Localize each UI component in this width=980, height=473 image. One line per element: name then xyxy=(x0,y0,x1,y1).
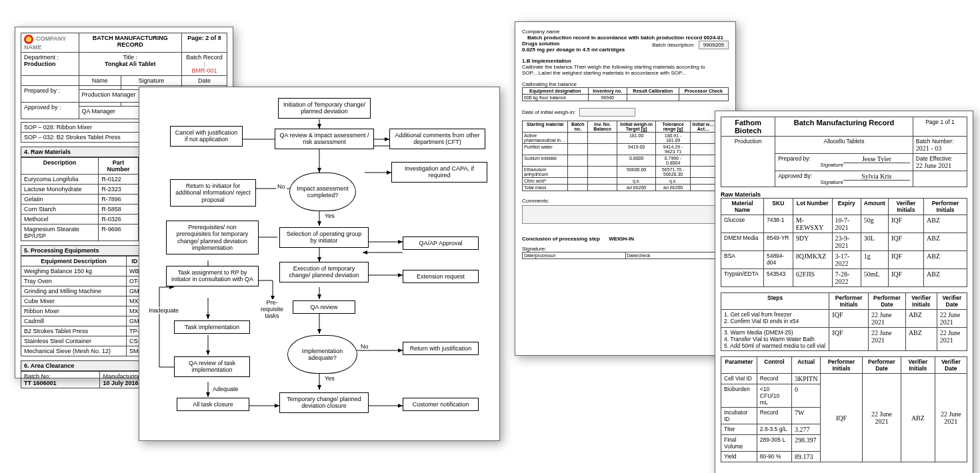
raw-materials-title: Raw Materials xyxy=(721,191,967,198)
flow-node: Additional comments from other departmen… xyxy=(389,129,485,149)
dept-cell: Department :Production xyxy=(21,53,79,76)
weigh-date-field[interactable] xyxy=(579,108,635,117)
flow-node: Customer notification xyxy=(403,398,479,411)
flow-decision: Implementation adequate? xyxy=(287,335,357,374)
flow-node: Task assignment to RP by initiator in co… xyxy=(166,266,259,286)
flow-node: Temporary change/ planned deviation clos… xyxy=(279,392,369,413)
table-row: Active pharmaceutical in…181.00180.91 - … xyxy=(523,133,729,144)
flow-node: All task closure xyxy=(177,398,249,411)
table-row: Sodium edetate0.80000.7996 - 0.8004 xyxy=(523,155,729,167)
flow-node: Initiation of Temporary change/ planned … xyxy=(278,98,371,119)
table-row: Total massad 66200ad 66200 xyxy=(523,185,729,191)
table-row: BSA54894-d048QJMKXZ3-17-20221gIQFABZ xyxy=(721,251,967,269)
title-cell: Title :Tongkat Ali Tablet xyxy=(79,53,182,76)
prepared-signature: Jesse Tyler xyxy=(843,155,910,163)
batch-record-cell: Batch Record :BMR-001 xyxy=(182,53,227,76)
flow-node: Return to initiator for additional infor… xyxy=(170,179,256,207)
flow-label-inadequate: Inadequate xyxy=(147,307,180,314)
flow-node: Extension request xyxy=(403,270,479,283)
bmr-title: BATCH MANUFACTURING RECORD xyxy=(79,33,182,53)
flow-node: QA/AP Approval xyxy=(403,236,479,250)
company-logo-icon xyxy=(24,35,33,44)
flow-node: QA review & impact assessment / risk ass… xyxy=(275,129,374,149)
flow-node: Task implementation xyxy=(174,320,250,334)
materials-table: Starting materialBatch no.Inv. No. Balan… xyxy=(522,121,729,191)
table-row: Purified water9419.009414.29 - 9423.71 xyxy=(523,144,729,155)
page-indicator: Page: 2 of 8 xyxy=(182,33,227,53)
flow-label-prereq: Pre-requisite tasks xyxy=(254,299,290,319)
equipment-table: Equipment designationInventory no.Result… xyxy=(522,87,729,101)
flow-label-no: No xyxy=(359,343,370,350)
flow-node: Cancel with justification if not applica… xyxy=(170,126,243,147)
flow-node: Prerequisites/ non prerequisites for tem… xyxy=(166,221,259,254)
fathom-bmr-sheet: Fathom Biotech Batch Manufacturing Recor… xyxy=(715,111,973,473)
fathom-params: ParameterControlActualPerformer Initials… xyxy=(721,356,967,462)
comments-field[interactable] xyxy=(522,205,729,224)
section-1b: 1.B Implementation xyxy=(522,58,729,64)
flow-decision: Impact assessment completed? xyxy=(289,173,356,211)
form-title: Batch production record in accordance wi… xyxy=(522,35,729,41)
table-row: Cell Vial IDRecord3KPITNIQF22 June 2021A… xyxy=(721,374,967,384)
table-row: Ethanolum anhydricum56600.0056571.70 - 5… xyxy=(523,167,729,178)
table-row: Glucose7438-1M-EEWSXY10-7-202150gIQFABZ xyxy=(721,215,967,233)
batch-desc-field[interactable]: 9909205 xyxy=(699,41,729,49)
page-indicator: Page 1 of 1 xyxy=(913,117,967,137)
batch-no-cell: Batch No:TT 1606001 xyxy=(21,372,100,388)
flow-node: QA review xyxy=(293,300,355,314)
fathom-title: Batch Manufacturing Record xyxy=(775,117,913,137)
flow-node: Investigation and CAPA, if required xyxy=(391,162,487,183)
table-row: DMEM Media8549-YR9DY23-9-202130LIQFABZ xyxy=(721,233,967,251)
fathom-steps: StepsPerformer InitialsPerformer DateVer… xyxy=(721,292,967,351)
flow-label-yes: Yes xyxy=(323,213,336,219)
fathom-header: Fathom Biotech Batch Manufacturing Recor… xyxy=(721,117,967,187)
fathom-raw-materials: Material NameSKULot NumberExpiryAmountVe… xyxy=(721,198,967,287)
flow-label-adequate: Adequate xyxy=(211,386,240,392)
flow-label-yes: Yes xyxy=(323,375,336,382)
approved-signature: Sylvia Kris xyxy=(843,173,910,181)
flow-node: Execution of temporary change/ planned d… xyxy=(279,262,369,282)
table-row: Citric acid*q.s.q.s. xyxy=(523,178,729,185)
flow-label-no: No xyxy=(276,183,287,190)
flow-node: Selection of operating group by initiato… xyxy=(279,227,369,248)
company-name: Company name xyxy=(522,29,729,35)
flow-node: Return with justification xyxy=(403,342,479,355)
table-row: Trypsin/EDTA54354362FJIS7-28-202250mLIQF… xyxy=(721,269,967,287)
stage: COMPANY NAME BATCH MANUFACTURING RECORD … xyxy=(0,0,980,473)
fathom-logo: Fathom Biotech xyxy=(721,117,775,137)
flow-node: QA review of task implementation xyxy=(174,356,250,377)
batch-production-form: Company name Batch production record in … xyxy=(515,21,736,356)
flowchart-sheet: Initiation of Temporary change/ planned … xyxy=(139,87,500,441)
